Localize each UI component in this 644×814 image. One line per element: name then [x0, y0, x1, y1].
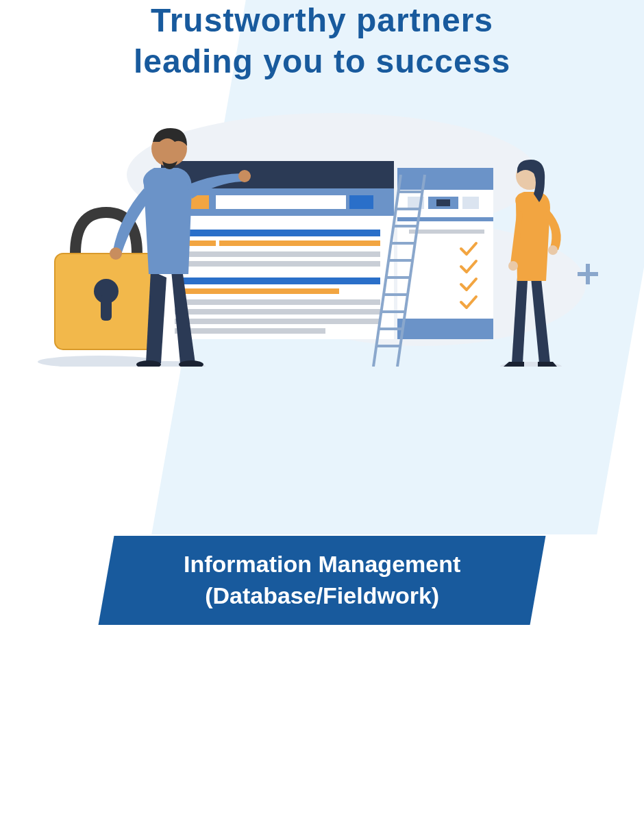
- svg-rect-15: [175, 299, 380, 305]
- svg-rect-26: [397, 217, 493, 221]
- svg-rect-10: [219, 241, 380, 246]
- illustration-svg: [38, 92, 606, 367]
- svg-rect-24: [462, 197, 479, 209]
- banner-text: Information Management (Database/Fieldwo…: [184, 549, 460, 612]
- svg-rect-12: [175, 261, 380, 267]
- svg-rect-6: [349, 195, 373, 209]
- category-banner: Information Management (Database/Fieldwo…: [99, 536, 546, 625]
- padlock-icon: [38, 212, 161, 367]
- svg-rect-19: [397, 168, 493, 190]
- svg-rect-16: [175, 309, 380, 314]
- hero-illustration: [38, 92, 606, 367]
- headline-line-1: Trustworthy partners: [151, 2, 493, 38]
- banner-line-1: Information Management: [184, 551, 460, 577]
- svg-rect-8: [175, 230, 380, 236]
- svg-point-53: [548, 245, 558, 255]
- page-headline: Trustworthy partners leading you to succ…: [0, 0, 644, 82]
- svg-rect-17: [175, 319, 380, 324]
- svg-rect-14: [175, 288, 339, 294]
- svg-rect-28: [397, 319, 493, 339]
- svg-point-54: [508, 261, 518, 271]
- svg-point-50: [238, 170, 251, 182]
- svg-rect-57: [578, 272, 598, 276]
- svg-rect-23: [436, 199, 450, 206]
- svg-rect-13: [175, 278, 380, 284]
- svg-rect-5: [216, 195, 346, 209]
- svg-point-49: [110, 247, 122, 260]
- svg-rect-11: [175, 251, 380, 257]
- mobile-panel-icon: [397, 168, 493, 339]
- svg-rect-44: [101, 295, 112, 321]
- headline-line-2: leading you to success: [134, 43, 510, 79]
- svg-rect-27: [409, 230, 484, 234]
- svg-rect-18: [175, 328, 325, 334]
- banner-line-2: (Database/Fieldwork): [205, 582, 439, 608]
